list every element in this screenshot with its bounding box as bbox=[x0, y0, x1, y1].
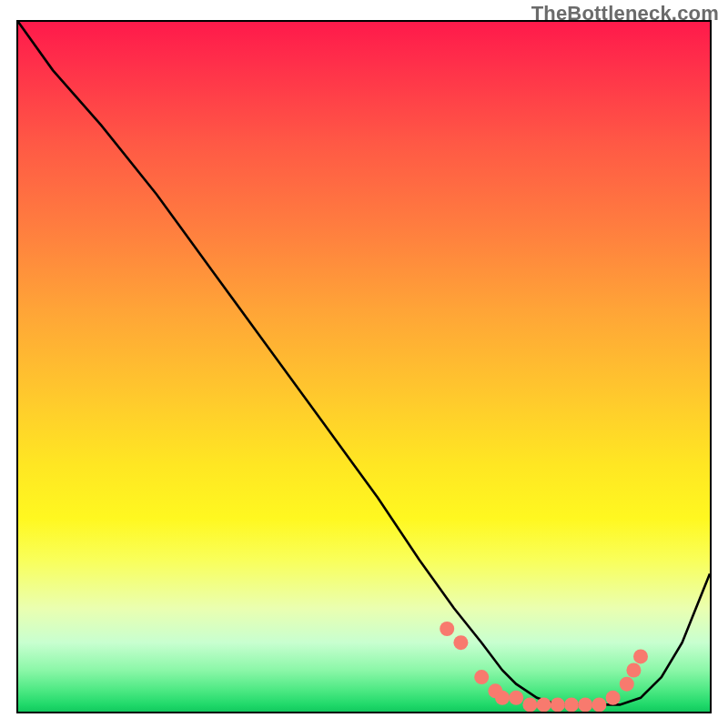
highlight-marker bbox=[551, 697, 565, 712]
highlight-marker bbox=[578, 697, 592, 712]
highlight-markers bbox=[440, 622, 648, 712]
highlight-marker bbox=[620, 677, 634, 692]
highlight-marker bbox=[474, 670, 489, 684]
highlight-marker bbox=[626, 663, 641, 678]
highlight-marker bbox=[592, 697, 606, 712]
highlight-marker bbox=[633, 649, 648, 663]
plot-area bbox=[16, 20, 712, 713]
highlight-marker bbox=[606, 691, 621, 705]
curve-svg bbox=[18, 22, 710, 712]
highlight-marker bbox=[495, 691, 510, 705]
chart-canvas: TheBottleneck.com bbox=[0, 0, 728, 728]
highlight-marker bbox=[564, 697, 579, 712]
highlight-marker bbox=[537, 697, 551, 712]
highlight-marker bbox=[509, 691, 523, 705]
highlight-marker bbox=[440, 622, 454, 636]
highlight-marker bbox=[453, 635, 468, 650]
highlight-marker bbox=[522, 697, 537, 712]
bottleneck-curve bbox=[18, 22, 710, 704]
